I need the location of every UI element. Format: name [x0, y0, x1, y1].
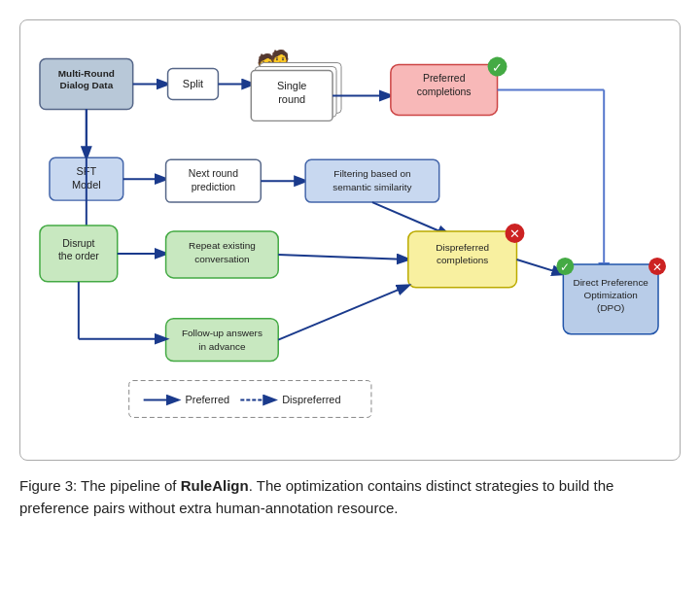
- svg-text:Filtering based on: Filtering based on: [333, 168, 410, 179]
- diagram-svg: Multi-Round Dialog Data Split 🧑 🧑 Single…: [32, 36, 668, 444]
- figure-caption: Figure 3: The pipeline of RuleAlign. The…: [19, 474, 681, 520]
- svg-text:Next round: Next round: [189, 168, 238, 179]
- svg-text:Dispreferred: Dispreferred: [436, 242, 489, 253]
- svg-text:Disrupt: Disrupt: [62, 238, 94, 249]
- svg-text:completions: completions: [417, 87, 472, 97]
- svg-text:completions: completions: [437, 255, 488, 265]
- caption-text: The pipeline of: [81, 477, 181, 494]
- svg-text:Split: Split: [183, 78, 203, 89]
- svg-text:Direct Preference: Direct Preference: [573, 277, 648, 288]
- svg-text:(DPO): (DPO): [597, 302, 624, 313]
- svg-line-64: [278, 286, 408, 340]
- svg-text:✓: ✓: [492, 60, 503, 75]
- diagram-container: Multi-Round Dialog Data Split 🧑 🧑 Single…: [19, 19, 681, 461]
- svg-text:conversation: conversation: [194, 254, 249, 264]
- svg-text:prediction: prediction: [192, 182, 236, 192]
- svg-line-42: [278, 255, 408, 260]
- svg-line-48: [516, 260, 563, 274]
- svg-text:Multi-Round: Multi-Round: [58, 68, 115, 79]
- svg-text:in advance: in advance: [198, 341, 246, 352]
- svg-text:Dialog Data: Dialog Data: [59, 80, 113, 90]
- caption-bold: RuleAlign: [181, 477, 249, 494]
- svg-text:semantic similarity: semantic similarity: [332, 182, 411, 192]
- svg-text:Dispreferred: Dispreferred: [282, 394, 340, 405]
- svg-text:Preferred: Preferred: [423, 73, 466, 84]
- svg-line-32: [372, 202, 449, 235]
- svg-text:Preferred: Preferred: [186, 394, 230, 405]
- svg-text:round: round: [278, 93, 305, 105]
- svg-text:✕: ✕: [509, 226, 520, 241]
- svg-text:Optimization: Optimization: [584, 290, 638, 300]
- figure-label: Figure 3:: [19, 477, 77, 494]
- svg-text:Follow-up answers: Follow-up answers: [182, 328, 262, 338]
- svg-text:✕: ✕: [652, 260, 662, 274]
- svg-text:the order: the order: [58, 251, 99, 261]
- svg-text:Repeat existing: Repeat existing: [189, 240, 256, 251]
- svg-text:Single: Single: [277, 80, 306, 91]
- svg-text:✓: ✓: [560, 260, 570, 274]
